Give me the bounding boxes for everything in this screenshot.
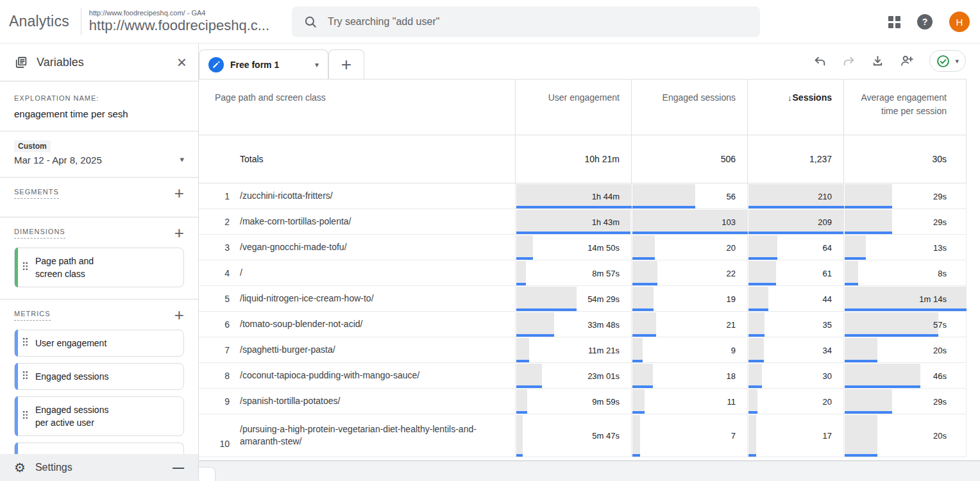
add-dimension-button[interactable]: +	[174, 228, 184, 238]
metric-cell: 8m 57s	[516, 260, 632, 286]
table-row[interactable]: 6/tomato-soup-blender-not-acid/33m 48s21…	[199, 312, 967, 337]
column-header-user-engagement[interactable]: User engagement	[516, 80, 632, 135]
value-bar	[845, 287, 967, 308]
metric-value: 34	[823, 345, 832, 355]
value-bar-underline	[632, 308, 654, 311]
data-table: Page path and screen class User engageme…	[199, 79, 967, 457]
metric-value: 14m 50s	[587, 242, 620, 252]
value-bar-underline	[632, 232, 748, 234]
settings-bar[interactable]: ⚙ Settings —	[0, 454, 198, 481]
page-path: /coconut-tapioca-pudding-with-mango-sauc…	[240, 369, 419, 382]
value-bar	[748, 261, 776, 283]
page-path-cell: 9/spanish-tortilla-potatoes/	[199, 389, 516, 414]
value-bar	[845, 312, 938, 334]
apps-grid-icon[interactable]	[888, 16, 900, 28]
metric-chip[interactable]: User engagement	[14, 330, 184, 357]
exploration-name-value[interactable]: engagement time per sesh	[14, 108, 184, 119]
close-icon[interactable]: ×	[177, 56, 187, 69]
value-bar	[748, 338, 764, 360]
tab-caret-icon[interactable]: ▾	[315, 60, 319, 69]
value-bar-underline	[748, 385, 762, 388]
metric-value: 103	[722, 217, 736, 226]
metric-chip[interactable]: Engaged sessions per active user	[14, 396, 184, 436]
edit-pencil-icon	[208, 57, 224, 72]
row-number: 1	[199, 191, 230, 201]
metric-cell: 64	[748, 235, 844, 260]
value-bar	[632, 389, 645, 411]
search-bar[interactable]: Try searching "add user"	[292, 6, 760, 37]
chevron-down-icon[interactable]: ▾	[180, 155, 184, 164]
metric-chip[interactable]: Engaged sessions	[14, 363, 184, 390]
drag-handle-icon[interactable]	[22, 262, 28, 273]
table-row[interactable]: 9/spanish-tortilla-potatoes/9m 59s112029…	[199, 389, 967, 414]
help-icon[interactable]: ?	[917, 14, 933, 30]
date-range-section[interactable]: Custom Mar 12 - Apr 8, 2025 ▾	[0, 131, 198, 178]
metric-cell: 35	[748, 312, 844, 337]
metric-value: 209	[818, 217, 832, 226]
chip-label: Engaged sessions	[35, 370, 108, 383]
value-bar	[845, 235, 866, 257]
analytics-logo[interactable]: Analytics	[0, 13, 81, 30]
download-icon[interactable]	[871, 55, 884, 68]
row-number: 4	[199, 268, 230, 278]
segments-section: SEGMENTS +	[0, 178, 198, 217]
dimension-chips: Page path and screen class	[14, 248, 184, 287]
page-path: /pursuing-a-high-protein-vegetarian-diet…	[240, 423, 509, 448]
value-bar-underline	[632, 360, 643, 362]
property-selector[interactable]: http://www.foodrecipeshq.com/ - GA4 http…	[89, 9, 269, 34]
add-segment-button[interactable]: +	[174, 188, 184, 198]
table-row[interactable]: 1/zucchini-ricotta-fritters/1h 44m562102…	[199, 183, 967, 209]
value-bar	[632, 287, 654, 308]
drag-handle-icon[interactable]	[22, 371, 28, 382]
table-row[interactable]: 2/make-corn-tortillas-polenta/1h 43m1032…	[199, 209, 967, 235]
share-add-user-icon[interactable]	[900, 54, 914, 68]
metric-value: 57s	[933, 319, 947, 329]
metric-value: 46s	[933, 371, 947, 380]
tab-strip: Free form 1 ▾ +	[199, 44, 980, 79]
value-bar-underline	[516, 257, 533, 260]
metric-cell: 29s	[844, 209, 967, 235]
metric-value: 8m 57s	[592, 268, 620, 278]
table-header-row: Page path and screen class User engageme…	[199, 80, 967, 135]
dimensions-label: DIMENSIONS	[14, 228, 65, 239]
table-row[interactable]: 7/spaghetti-burger-pasta/11m 21s93420s	[199, 337, 967, 363]
drag-handle-icon[interactable]	[22, 337, 28, 349]
value-bar	[845, 261, 858, 283]
tab-free-form-1[interactable]: Free form 1 ▾	[199, 49, 328, 79]
table-row[interactable]: 3/vegan-gnocchi-made-tofu/14m 50s206413s	[199, 235, 967, 260]
check-circle-icon	[936, 55, 950, 68]
column-header-page-path[interactable]: Page path and screen class	[199, 80, 516, 135]
sort-arrow-icon: ↓	[788, 93, 792, 103]
metric-value: 64	[823, 242, 832, 252]
metric-value: 44	[823, 294, 832, 303]
metric-value: 20s	[933, 431, 947, 441]
header-actions: ? H	[888, 0, 970, 44]
metric-cell: 1m 14s	[844, 286, 967, 312]
table-row[interactable]: 8/coconut-tapioca-pudding-with-mango-sau…	[199, 363, 967, 389]
table-row[interactable]: 10/pursuing-a-high-protein-vegetarian-di…	[199, 414, 967, 457]
metric-cell: 103	[632, 209, 748, 235]
column-header-sessions[interactable]: ↓Sessions	[748, 80, 844, 135]
value-bar	[632, 184, 695, 206]
table-row[interactable]: 5/liquid-nitrogen-ice-cream-how-to/54m 2…	[199, 286, 967, 312]
value-bar-underline	[845, 360, 877, 362]
column-header-avg-engagement[interactable]: Average engagement time per session	[844, 80, 967, 135]
chip-accent-bar	[15, 330, 18, 357]
column-header-engaged-sessions[interactable]: Engaged sessions	[632, 80, 748, 135]
exploration-name-section[interactable]: EXPLORATION NAME: engagement time per se…	[0, 81, 198, 131]
minimize-icon[interactable]: —	[173, 461, 184, 475]
add-tab-button[interactable]: +	[328, 49, 364, 79]
avatar[interactable]: H	[949, 12, 970, 32]
redo-button[interactable]	[842, 55, 856, 68]
drag-handle-icon[interactable]	[22, 410, 28, 422]
status-check-dropdown[interactable]: ▾	[929, 50, 966, 72]
dimension-chip[interactable]: Page path and screen class	[14, 248, 184, 287]
metric-cell: 20s	[844, 414, 967, 457]
undo-button[interactable]	[813, 55, 827, 68]
metric-cell: 1h 43m	[516, 209, 632, 235]
property-path: http://www.foodrecipeshq.com/ - GA4	[89, 9, 269, 17]
metric-value: 1m 14s	[919, 294, 947, 303]
variables-panel: Variables × EXPLORATION NAME: engagement…	[0, 44, 199, 481]
add-metric-button[interactable]: +	[174, 310, 184, 320]
table-row[interactable]: 4/8m 57s22618s	[199, 260, 967, 286]
